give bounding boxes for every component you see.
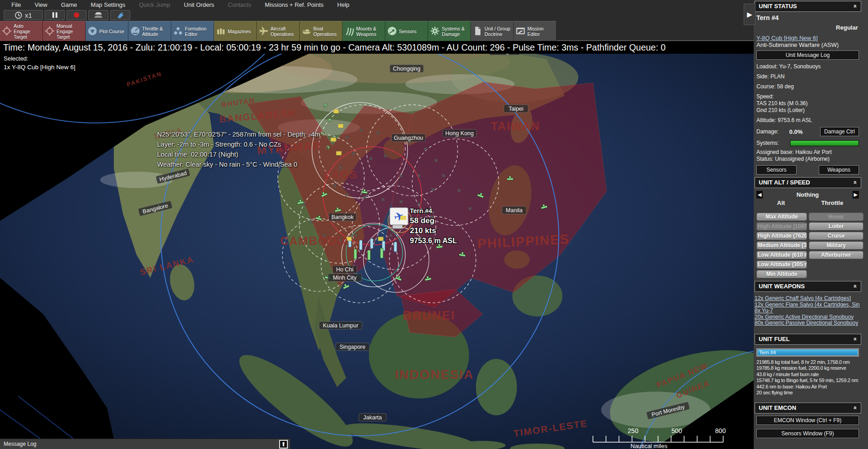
plot-course-button[interactable]: Plot Course	[86, 21, 128, 41]
sonobuoy-x-mark[interactable]: ✕	[363, 194, 367, 200]
map-layers-button[interactable]	[88, 10, 108, 20]
altitude-button[interactable]: Medium Altitude (3658	[756, 241, 807, 250]
unit-tag-marker[interactable]	[378, 237, 383, 241]
sonobuoy-x-mark[interactable]: ✕	[398, 173, 403, 179]
weapon-link[interactable]: 8x Yu-7	[755, 308, 862, 314]
record-button[interactable]	[66, 10, 87, 20]
time-compression-button[interactable]: x1	[4, 10, 43, 20]
altitude-line: Altitude: 9753.6 m ASL	[756, 117, 859, 123]
menu-item-unit-orders[interactable]: Unit Orders	[177, 1, 221, 8]
menu-item-game[interactable]: Game	[54, 1, 84, 8]
sonobuoy-x-mark[interactable]: ✕	[309, 219, 313, 224]
unit-message-log-button[interactable]: Unit Message Log	[756, 51, 859, 60]
sonobuoy-x-mark[interactable]: ✕	[359, 128, 363, 133]
sonobuoy-x-mark[interactable]: ✕	[353, 233, 357, 238]
aircraft-operations-button[interactable]: Aircraft Operations	[257, 21, 300, 41]
sonobuoy-x-mark[interactable]: ✕	[399, 199, 403, 204]
unit-alt-speed-header[interactable]: UNIT ALT / SPEED «	[755, 177, 861, 188]
sonobuoy-x-mark[interactable]: ✕	[468, 206, 472, 211]
jump-to-button[interactable]	[110, 10, 130, 20]
sonobuoy-x-mark[interactable]: ✕	[345, 192, 349, 198]
surface-group-marker[interactable]	[380, 248, 383, 258]
weapon-link[interactable]: 12x Generic Chaff Salvo [4x Cartridges]	[755, 296, 862, 302]
altitude-button[interactable]: Max Altitude	[756, 213, 807, 221]
sensors-button[interactable]: Sensors	[756, 165, 797, 174]
altitude-button[interactable]: Min Altitude	[756, 270, 807, 278]
sonobuoy-x-mark[interactable]: ✕	[368, 156, 373, 161]
menu-item-map-settings[interactable]: Map Settings	[84, 1, 132, 8]
fuel-unit-listbox[interactable]: Tern #4	[756, 348, 859, 357]
preset-prev-button[interactable]: ◀	[756, 191, 763, 199]
sonobuoy-x-mark[interactable]: ✕	[351, 151, 355, 156]
sonobuoy-x-mark[interactable]: ✕	[417, 201, 421, 207]
systems-damage-button[interactable]: Systems & Damage	[428, 21, 471, 41]
message-log-bar[interactable]: Message Log ⬆	[0, 439, 290, 449]
emcon-window-ctrl-f9--button[interactable]: EMCON Window (Ctrl + F9)	[756, 416, 859, 425]
altitude-button[interactable]: High Altitude (10973 m	[756, 222, 807, 230]
city-label: Ho Chi	[332, 265, 357, 273]
weapon-link[interactable]: 20x Generic Active Directional Sonobuoy	[755, 314, 862, 321]
damage-ctrl-button[interactable]: Damage Ctrl	[820, 127, 859, 136]
magazines-button[interactable]: Magazines	[214, 21, 257, 41]
manual-engage-target-button[interactable]: Manual Engage Target	[43, 21, 86, 41]
altitude-button[interactable]: Low Altitude (610 m)	[756, 251, 807, 259]
weapon-link[interactable]: 12x Generic Flare Salvo [4x Cartridges, …	[755, 302, 862, 308]
unit-group-doctrine-button[interactable]: Unit / Group Doctrine	[471, 21, 514, 41]
unit-fuel-header[interactable]: UNIT FUEL «	[755, 334, 861, 345]
sonobuoy-x-mark[interactable]: ✕	[388, 233, 393, 238]
throttle-altitude-button[interactable]: Throttle & Altitude	[128, 21, 171, 41]
pause-button[interactable]	[45, 10, 65, 20]
sonobuoy-x-mark[interactable]: ✕	[423, 146, 427, 152]
throttle-button[interactable]: Afterburner	[809, 251, 863, 259]
menu-item-help[interactable]: Help	[331, 1, 357, 8]
altitude-button[interactable]: High Altitude (7620 m)	[756, 232, 807, 240]
mounts-weapons-button[interactable]: Mounts & Weapons	[342, 21, 385, 41]
unit-tag-marker[interactable]	[331, 138, 336, 142]
sonobuoy-x-mark[interactable]: ✕	[345, 135, 349, 140]
unit-status-header[interactable]: UNIT STATUS «	[755, 1, 861, 12]
unit-tag-marker[interactable]	[333, 109, 339, 113]
menu-item-file[interactable]: File	[5, 1, 28, 8]
throttle-button[interactable]: Cruise	[809, 232, 863, 240]
map-viewport[interactable]: ✕✕✕✕✕✕✕✕✕✕✕✕✕✕✕✕✕✕✕✕✕✕✕✕✕✕✕✕✕✕✕✕ ✈✈✈✈ ✈ …	[0, 41, 754, 449]
sonobuoy-x-mark[interactable]: ✕	[381, 197, 385, 202]
sonobuoy-x-mark[interactable]: ✕	[434, 158, 438, 163]
throttle-button[interactable]: Hover	[809, 213, 863, 221]
sonobuoy-x-mark[interactable]: ✕	[332, 183, 337, 189]
unit-tag-marker[interactable]	[336, 151, 342, 155]
preset-next-button[interactable]: ▶	[853, 191, 859, 199]
submarine-marker[interactable]	[394, 242, 397, 252]
sonobuoy-x-mark[interactable]: ✕	[457, 188, 461, 193]
boat-operations-button[interactable]: Boat Operations	[300, 21, 342, 41]
sensors-button[interactable]: Sensors	[385, 21, 428, 41]
unit-emcon-header[interactable]: UNIT EMCON «	[755, 403, 861, 413]
altitude-button[interactable]: Low Altitude (305 m)	[756, 260, 807, 269]
fuel-unit-selected-item[interactable]: Tern #4	[757, 349, 858, 356]
sensors-window-f9--button[interactable]: Sensors Window (F9)	[756, 429, 859, 438]
unit-class-link[interactable]: Y-8Q Cub [High New 6]	[756, 35, 859, 41]
sonobuoy-x-mark[interactable]: ✕	[441, 173, 445, 179]
menu-item-missions-ref-points[interactable]: Missions + Ref. Points	[258, 1, 331, 8]
surface-group-marker[interactable]	[368, 250, 371, 260]
surface-group-marker[interactable]	[354, 249, 357, 259]
throttle-button[interactable]: Military	[809, 241, 863, 250]
auto-engage-target-button[interactable]: Auto Engage Target	[0, 21, 43, 41]
unit-tag-marker[interactable]	[338, 124, 343, 128]
throttle-button[interactable]: Loiter	[809, 222, 863, 230]
formation-editor-button[interactable]: Formation Editor	[171, 21, 214, 41]
menu-item-view[interactable]: View	[28, 1, 54, 8]
message-log-expand-button[interactable]: ⬆	[279, 440, 288, 449]
mission-editor-button[interactable]: Mission Editor	[514, 21, 557, 41]
sonobuoy-x-mark[interactable]: ✕	[430, 187, 434, 192]
submarine-marker[interactable]	[359, 240, 363, 250]
weapons-button[interactable]: Weapons	[819, 165, 859, 174]
toolbar: Auto Engage TargetManual Engage TargetPl…	[0, 21, 868, 41]
unit-weapons-header[interactable]: UNIT WEAPONS «	[755, 281, 861, 292]
svg-text:210 kts: 210 kts	[410, 226, 436, 235]
sonobuoy-x-mark[interactable]: ✕	[383, 153, 387, 158]
sonobuoy-x-mark[interactable]: ✕	[376, 130, 380, 136]
weapon-link[interactable]: 80x Generic Passive Directional Sonobuoy	[755, 320, 862, 327]
sonobuoy-x-mark[interactable]: ✕	[417, 173, 421, 179]
submarine-marker[interactable]	[370, 239, 373, 249]
sidebar-collapse-button[interactable]: ▶	[744, 4, 756, 25]
